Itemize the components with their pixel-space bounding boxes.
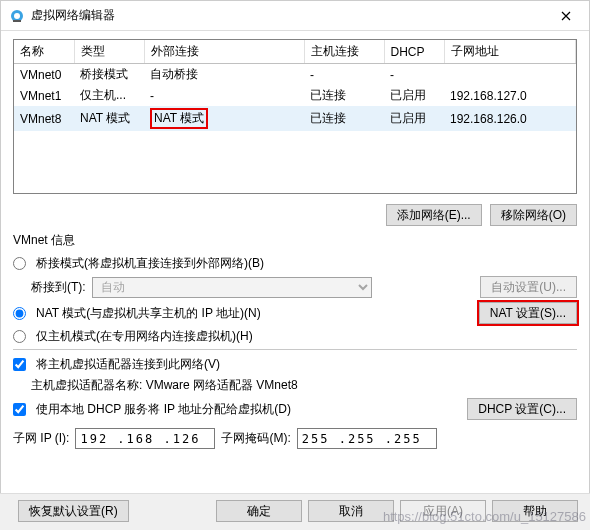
bridge-target-label: 桥接到(T): [31,279,86,296]
subnet-ip-input[interactable] [75,428,215,449]
col-external[interactable]: 外部连接 [144,40,304,64]
add-network-button[interactable]: 添加网络(E)... [386,204,482,226]
close-button[interactable] [543,1,589,31]
cancel-button[interactable]: 取消 [308,500,394,522]
vmnet-table[interactable]: 名称 类型 外部连接 主机连接 DHCP 子网地址 VMnet0 桥接模式 自动… [13,39,577,194]
col-subnet[interactable]: 子网地址 [444,40,576,64]
host-adapter-sub: 主机虚拟适配器名称: VMware 网络适配器 VMnet8 [31,377,298,394]
col-dhcp[interactable]: DHCP [384,40,444,64]
hostonly-label: 仅主机模式(在专用网络内连接虚拟机)(H) [36,328,253,345]
vmnet-info-label: VMnet 信息 [13,232,577,249]
bridge-radio[interactable] [13,257,26,270]
subnet-mask-input[interactable] [297,428,437,449]
nat-radio[interactable] [13,307,26,320]
dhcp-label: 使用本地 DHCP 服务将 IP 地址分配给虚拟机(D) [36,401,291,418]
bridge-target-select: 自动 [92,277,372,298]
nat-settings-button[interactable]: NAT 设置(S)... [479,302,577,324]
ok-button[interactable]: 确定 [216,500,302,522]
auto-settings-button: 自动设置(U)... [480,276,577,298]
svg-rect-2 [13,20,21,22]
host-adapter-checkbox[interactable] [13,358,26,371]
titlebar: 虚拟网络编辑器 [1,1,589,31]
subnet-ip-label: 子网 IP (I): [13,430,69,447]
host-adapter-label: 将主机虚拟适配器连接到此网络(V) [36,356,220,373]
bridge-label: 桥接模式(将虚拟机直接连接到外部网络)(B) [36,255,264,272]
app-icon [9,8,25,24]
dialog-footer: 恢复默认设置(R) 确定 取消 应用(A) 帮助 [0,493,590,530]
window-title: 虚拟网络编辑器 [31,7,543,24]
help-button[interactable]: 帮助 [492,500,578,522]
restore-defaults-button[interactable]: 恢复默认设置(R) [18,500,129,522]
table-row[interactable]: VMnet1 仅主机... - 已连接 已启用 192.168.127.0 [14,85,576,106]
col-host[interactable]: 主机连接 [304,40,384,64]
table-row[interactable]: VMnet0 桥接模式 自动桥接 - - [14,64,576,86]
col-type[interactable]: 类型 [74,40,144,64]
svg-point-1 [14,13,20,19]
nat-mode-highlight: NAT 模式 [150,108,208,129]
remove-network-button[interactable]: 移除网络(O) [490,204,577,226]
dhcp-checkbox[interactable] [13,403,26,416]
col-name[interactable]: 名称 [14,40,74,64]
apply-button: 应用(A) [400,500,486,522]
hostonly-radio[interactable] [13,330,26,343]
dhcp-settings-button[interactable]: DHCP 设置(C)... [467,398,577,420]
table-row-selected[interactable]: VMnet8 NAT 模式 NAT 模式 已连接 已启用 192.168.126… [14,106,576,131]
subnet-mask-label: 子网掩码(M): [221,430,290,447]
nat-label: NAT 模式(与虚拟机共享主机的 IP 地址)(N) [36,305,261,322]
